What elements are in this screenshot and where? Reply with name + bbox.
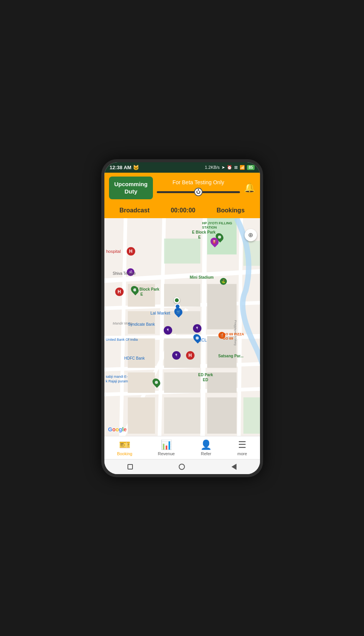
notification-bell-icon[interactable]: 🔔 bbox=[244, 182, 255, 193]
svg-line-9 bbox=[202, 218, 205, 436]
booking-icon: 🎫 bbox=[119, 439, 131, 450]
nav-item-booking[interactable]: 🎫 Booking bbox=[117, 439, 133, 456]
tab-broadcast[interactable]: Broadcast bbox=[116, 205, 153, 218]
beta-text: For Beta Testing Only bbox=[157, 179, 240, 185]
svg-rect-27 bbox=[164, 238, 200, 263]
system-square-button[interactable] bbox=[126, 463, 134, 471]
upcoming-duty-label: Upcomming Duty bbox=[114, 181, 148, 195]
map-label-lal-market: Lal Market bbox=[151, 311, 170, 315]
status-time: 12:38 AM 🐱 bbox=[110, 165, 139, 170]
map-container[interactable]: ⊕ H ॐ bbox=[104, 218, 260, 436]
nav-tabs: Broadcast 00:00:00 Bookings bbox=[109, 202, 255, 218]
system-back-button[interactable] bbox=[230, 463, 238, 471]
map-marker-mini-stadium: ⛳ bbox=[220, 278, 227, 285]
svg-line-10 bbox=[239, 218, 241, 436]
map-label-e-block-park-left: E Block ParkE bbox=[136, 287, 159, 297]
map-label-united-bank: United Bank Of India bbox=[106, 338, 138, 342]
svg-rect-28 bbox=[243, 397, 260, 433]
bottom-nav: 🎫 Booking 📊 Revenue 👤 Refer ☰ more bbox=[104, 436, 260, 459]
square-icon bbox=[127, 464, 133, 469]
phone-frame: 12:38 AM 🐱 1.2KB/s ➤ ⏰ ⊠ 📶 85 Upcomming … bbox=[101, 159, 263, 477]
wifi-icon: 📶 bbox=[240, 165, 245, 170]
duty-slider[interactable] bbox=[157, 188, 240, 196]
beta-section: For Beta Testing Only bbox=[153, 179, 243, 196]
map-label-e-block-park-top: E Block ParkE bbox=[192, 230, 216, 240]
map-marker-hospital-bottom: H bbox=[186, 351, 195, 360]
nav-item-more[interactable]: ☰ more bbox=[237, 439, 247, 456]
map-label-ecl: ECL bbox=[199, 338, 207, 342]
refer-label: Refer bbox=[201, 451, 211, 456]
battery-display: 85 bbox=[247, 165, 254, 170]
my-location-button[interactable]: ⊕ bbox=[245, 229, 257, 241]
current-location-marker bbox=[174, 297, 180, 303]
revenue-label: Revenue bbox=[158, 451, 175, 456]
map-label-hp-jyoti: HP JYOTI FILLINGSTATION bbox=[202, 221, 232, 230]
map-label-pizza: GO 69 PIZZAGO 69 bbox=[223, 332, 244, 341]
status-bar: 12:38 AM 🐱 1.2KB/s ➤ ⏰ ⊠ 📶 85 bbox=[104, 162, 260, 173]
location-icon: ➤ bbox=[221, 165, 225, 170]
more-label: more bbox=[237, 451, 247, 456]
nav-item-refer[interactable]: 👤 Refer bbox=[200, 439, 212, 456]
close-icon: ⊠ bbox=[234, 165, 238, 170]
map-label-satsang: Satsang Par... bbox=[218, 354, 244, 358]
phone-inner: 12:38 AM 🐱 1.2KB/s ➤ ⏰ ⊠ 📶 85 Upcomming … bbox=[104, 162, 260, 474]
svg-rect-25 bbox=[207, 397, 237, 433]
slider-thumb[interactable] bbox=[194, 188, 203, 196]
map-label-hospital: hospital bbox=[106, 249, 121, 254]
map-label-ed-park: ED ParkED bbox=[198, 372, 213, 382]
map-marker-syndicate: ₹ bbox=[193, 324, 201, 333]
tab-bookings[interactable]: Bookings bbox=[213, 205, 248, 218]
status-icons: 1.2KB/s ➤ ⏰ ⊠ 📶 85 bbox=[205, 165, 255, 170]
map-label-syndicate: Syndicate Bank bbox=[128, 322, 155, 326]
map-label-mini-stadium: Mini Stadium bbox=[190, 275, 214, 279]
alarm-icon: ⏰ bbox=[227, 165, 232, 170]
power-icon bbox=[196, 190, 200, 194]
header-top: Upcomming Duty For Beta Testing Only 🔔 bbox=[109, 177, 255, 199]
time-display: 12:38 AM bbox=[110, 165, 132, 170]
map-label-sabji-mandi: sabji mandi E-k Rajaji puram bbox=[106, 374, 128, 384]
svg-rect-16 bbox=[207, 284, 237, 329]
svg-rect-24 bbox=[164, 397, 200, 433]
svg-rect-14 bbox=[164, 284, 200, 306]
more-icon: ☰ bbox=[238, 439, 247, 450]
back-icon bbox=[231, 464, 237, 470]
map-background: ⊕ H ॐ bbox=[104, 218, 260, 436]
svg-rect-18 bbox=[164, 338, 200, 368]
map-marker-purple-bottom: ₹ bbox=[164, 326, 172, 335]
map-marker-hospital-center: H bbox=[115, 288, 124, 296]
slider-track bbox=[157, 191, 240, 193]
map-marker-park-bottom bbox=[153, 378, 160, 387]
map-label-hdfc: HDFC Bank bbox=[124, 356, 145, 360]
nav-item-revenue[interactable]: 📊 Revenue bbox=[158, 439, 175, 456]
map-label-temple: Shiva Temple bbox=[113, 271, 136, 276]
booking-label: Booking bbox=[117, 451, 133, 456]
system-home-button[interactable] bbox=[178, 463, 186, 471]
system-nav bbox=[104, 459, 260, 474]
svg-rect-23 bbox=[127, 397, 155, 433]
svg-rect-17 bbox=[127, 338, 155, 368]
revenue-icon: 📊 bbox=[161, 439, 172, 450]
map-marker-hdfc: ₹ bbox=[172, 351, 181, 360]
google-logo: Google bbox=[108, 426, 127, 433]
upcoming-duty-button[interactable]: Upcomming Duty bbox=[109, 177, 153, 199]
location-crosshair-icon: ⊕ bbox=[248, 231, 253, 239]
app-header: Upcomming Duty For Beta Testing Only 🔔 bbox=[104, 173, 260, 218]
map-marker-hospital: H bbox=[127, 247, 135, 256]
refer-icon: 👤 bbox=[200, 439, 212, 450]
network-speed: 1.2KB/s bbox=[205, 165, 220, 170]
tab-timer: 00:00:00 bbox=[167, 205, 199, 218]
status-emoji: 🐱 bbox=[133, 165, 139, 170]
svg-rect-19 bbox=[127, 372, 155, 393]
svg-rect-20 bbox=[164, 372, 200, 393]
map-marker-shopping: 🛒 bbox=[174, 308, 182, 316]
circle-icon bbox=[179, 464, 185, 470]
